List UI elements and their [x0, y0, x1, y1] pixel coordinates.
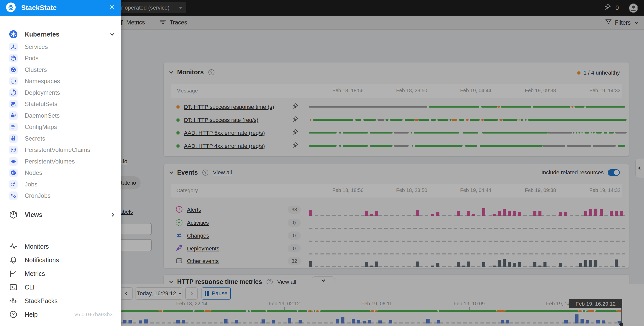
secrets-icon — [9, 134, 18, 143]
sidebar-item-label: Namespaces — [25, 78, 60, 85]
namespaces-icon — [9, 77, 18, 85]
pv-icon — [9, 157, 18, 166]
sidebar-item-kubernetes[interactable]: Kubernetes — [0, 28, 121, 41]
stackpacks-icon — [9, 297, 18, 305]
configmaps-icon — [9, 123, 18, 131]
sidebar-item-persistentvolumes[interactable]: PersistentVolumes — [0, 156, 121, 167]
cronjobs-icon — [9, 191, 18, 200]
stackstate-app: ager-operated (service) 0 Metrics Traces… — [0, 0, 644, 326]
cli-icon — [9, 283, 18, 291]
sidebar-item-views[interactable]: Views — [0, 208, 121, 221]
pvc-icon — [9, 146, 18, 154]
sidebar-item-label: PersistentVolumes — [25, 158, 75, 165]
chevron-down-icon — [110, 31, 114, 36]
sidebar-item-label: Notifications — [25, 256, 59, 264]
sidebar-item-label: CLI — [25, 284, 35, 291]
sidebar-item-cli[interactable]: CLI — [0, 281, 121, 294]
sidebar-item-label: Kubernetes — [25, 31, 59, 38]
sidebar-item-label: StatefulSets — [25, 101, 57, 108]
sidebar-item-metrics[interactable]: Metrics — [0, 267, 121, 280]
kubernetes-icon — [9, 30, 18, 39]
sidebar-item-label: Services — [25, 43, 48, 50]
nodes-icon — [9, 169, 18, 177]
sidebar-item-persistentvolumeclaims[interactable]: PersistentVolumeClaims — [0, 144, 121, 156]
navigation-drawer: StackState × Kubernetes ServicesPodsClus… — [0, 0, 121, 326]
sidebar-item-label: Jobs — [25, 181, 38, 188]
sidebar-item-jobs[interactable]: Jobs — [0, 179, 121, 190]
sidebar-item-stackpacks[interactable]: StackPacks — [0, 294, 121, 307]
sidebar-item-nodes[interactable]: Nodes — [0, 167, 121, 179]
deployments-res-icon — [9, 88, 18, 97]
sidebar-item-label: DaemonSets — [25, 112, 60, 119]
sidebar-item-label: Deployments — [25, 89, 60, 96]
sidebar-item-label: Metrics — [25, 270, 45, 277]
sidebar-item-cronjobs[interactable]: CronJobs — [0, 190, 121, 202]
sidebar-item-services[interactable]: Services — [0, 41, 121, 52]
monitors-icon — [9, 242, 18, 251]
sidebar-item-label: ConfigMaps — [25, 123, 57, 131]
services-icon — [9, 43, 18, 51]
sidebar-item-statefulsets[interactable]: StatefulSets — [0, 99, 121, 110]
jobs-icon — [9, 180, 18, 189]
sidebar-item-label: Help — [25, 311, 38, 318]
sidebar-item-label: StackPacks — [25, 297, 58, 305]
stackstate-logo-icon — [6, 2, 16, 14]
sidebar-item-deployments[interactable]: Deployments — [0, 87, 121, 98]
sidebar-item-label: CronJobs — [25, 192, 51, 199]
sidebar-item-clusters[interactable]: Clusters — [0, 64, 121, 75]
sidebar-item-label: Secrets — [25, 135, 45, 142]
help-icon — [9, 310, 18, 319]
sidebar-item-label: Pods — [25, 55, 39, 62]
drawer-title: StackState — [21, 4, 57, 12]
divider — [0, 231, 121, 231]
views-icon — [9, 210, 18, 219]
sidebar-item-label: Clusters — [25, 66, 47, 73]
notifications-icon — [9, 256, 18, 264]
chevron-right-icon — [110, 213, 114, 217]
sidebar-item-label: Views — [25, 211, 42, 218]
sidebar-item-pods[interactable]: Pods — [0, 53, 121, 64]
sidebar-item-daemonsets[interactable]: DaemonSets — [0, 110, 121, 121]
sidebar-item-configmaps[interactable]: ConfigMaps — [0, 121, 121, 133]
statefulsets-icon — [9, 100, 18, 108]
close-drawer-icon[interactable]: × — [110, 3, 115, 11]
pods-icon — [9, 54, 18, 62]
clusters-icon — [9, 66, 18, 74]
drawer-header: StackState × — [0, 0, 121, 16]
sidebar-item-namespaces[interactable]: Namespaces — [0, 76, 121, 87]
sidebar-item-label: PersistentVolumeClaims — [25, 146, 90, 153]
daemonsets-icon — [9, 111, 18, 120]
sidebar-item-label: Monitors — [25, 243, 49, 250]
metrics-icon — [9, 269, 18, 278]
sidebar-item-monitors[interactable]: Monitors — [0, 240, 121, 253]
sidebar-item-secrets[interactable]: Secrets — [0, 133, 121, 144]
sidebar-item-label: Nodes — [25, 169, 42, 176]
sidebar-item-notifications[interactable]: Notifications — [0, 253, 121, 267]
app-version: v6.0.0+7ba93b3 — [75, 311, 113, 317]
